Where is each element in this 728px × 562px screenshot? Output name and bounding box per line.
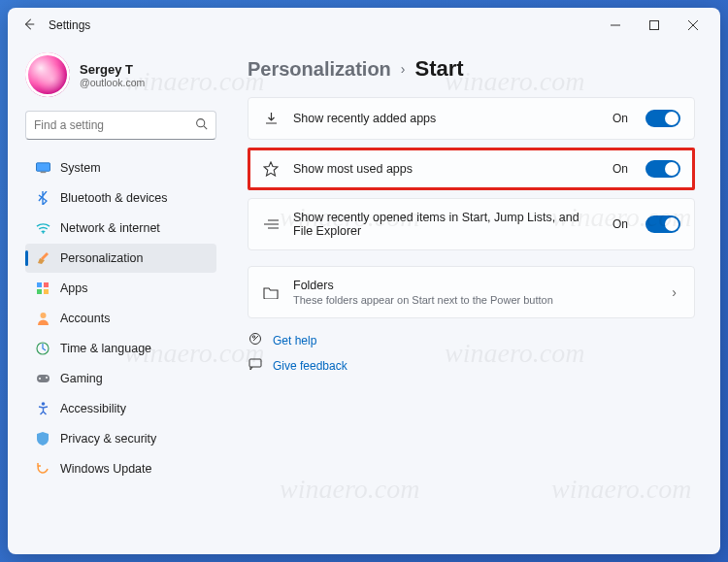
bluetooth-icon <box>35 190 50 206</box>
close-button[interactable] <box>674 11 712 40</box>
svg-rect-10 <box>44 282 49 287</box>
sidebar-item-gaming[interactable]: Gaming <box>25 364 216 393</box>
sidebar-item-system[interactable]: System <box>25 153 216 182</box>
sidebar-item-windows-update[interactable]: Windows Update <box>25 454 216 483</box>
minimize-button[interactable] <box>596 11 635 40</box>
setting-label: Show recently opened items in Start, Jum… <box>293 211 599 238</box>
globe-clock-icon <box>35 341 50 356</box>
accessibility-icon <box>35 401 50 416</box>
svg-rect-6 <box>36 163 50 171</box>
sidebar-item-label: Accessibility <box>60 402 126 415</box>
search-icon <box>195 117 208 133</box>
sidebar-item-label: Windows Update <box>60 462 152 476</box>
setting-most-used[interactable]: Show most used apps On <box>248 148 695 190</box>
give-feedback-link[interactable]: Give feedback <box>248 358 695 374</box>
feedback-icon <box>248 358 263 374</box>
svg-point-13 <box>40 313 46 318</box>
sidebar-item-apps[interactable]: Apps <box>25 274 216 303</box>
settings-search[interactable] <box>25 111 216 140</box>
avatar <box>25 52 70 97</box>
sidebar-item-label: Accounts <box>60 312 110 325</box>
update-icon <box>35 461 50 477</box>
folder-icon <box>262 283 280 301</box>
toggle-switch[interactable] <box>645 215 680 233</box>
sidebar-item-label: Time & language <box>60 342 151 355</box>
folders-subtitle: These folders appear on Start next to th… <box>293 294 654 306</box>
svg-point-18 <box>41 402 45 406</box>
sidebar-item-time-language[interactable]: Time & language <box>25 334 216 363</box>
help-label: Give feedback <box>273 359 347 373</box>
svg-point-23 <box>252 336 254 338</box>
sidebar-item-accounts[interactable]: Accounts <box>25 304 216 333</box>
svg-rect-24 <box>249 359 261 367</box>
window-controls <box>596 11 712 40</box>
sidebar-item-personalization[interactable]: Personalization <box>25 244 216 273</box>
back-button[interactable] <box>16 17 43 34</box>
titlebar: Settings <box>8 8 720 43</box>
list-icon <box>262 215 280 233</box>
monitor-icon <box>35 160 50 176</box>
setting-recent-items[interactable]: Show recently opened items in Start, Jum… <box>248 198 695 250</box>
svg-point-17 <box>39 378 41 380</box>
svg-rect-7 <box>40 172 46 173</box>
sidebar: Sergey T @outlook.com System Bluetooth &… <box>8 43 226 554</box>
svg-line-5 <box>204 126 207 129</box>
svg-rect-9 <box>37 282 42 287</box>
settings-window: Settings Sergey T @outlook.com <box>8 8 720 554</box>
help-icon <box>248 332 263 348</box>
sidebar-item-label: Bluetooth & devices <box>60 191 168 205</box>
svg-rect-11 <box>37 289 42 294</box>
toggle-state: On <box>612 112 628 125</box>
sidebar-item-accessibility[interactable]: Accessibility <box>25 394 216 423</box>
download-icon <box>262 110 280 127</box>
maximize-button[interactable] <box>635 11 674 40</box>
search-input[interactable] <box>34 118 195 132</box>
get-help-link[interactable]: Get help <box>248 332 695 348</box>
apps-icon <box>35 281 50 296</box>
page-title: Start <box>414 56 463 82</box>
main-content: Personalization › Start Show recently ad… <box>226 43 720 554</box>
svg-rect-1 <box>650 21 659 30</box>
chevron-right-icon: › <box>668 284 680 300</box>
svg-rect-12 <box>44 289 49 294</box>
toggle-switch[interactable] <box>645 160 680 178</box>
sidebar-item-bluetooth[interactable]: Bluetooth & devices <box>25 183 216 213</box>
sidebar-item-label: Gaming <box>60 372 103 385</box>
setting-folders[interactable]: Folders These folders appear on Start ne… <box>248 266 695 318</box>
toggle-state: On <box>612 162 628 176</box>
gamepad-icon <box>35 371 50 386</box>
user-profile[interactable]: Sergey T @outlook.com <box>25 47 216 111</box>
user-email: @outlook.com <box>80 77 145 88</box>
arrow-left-icon <box>22 17 36 31</box>
setting-label: Show recently added apps <box>293 112 599 125</box>
folders-title: Folders <box>293 279 334 292</box>
sidebar-item-label: System <box>60 161 101 175</box>
setting-recently-added[interactable]: Show recently added apps On <box>248 97 695 140</box>
sidebar-item-label: Network & internet <box>60 221 160 235</box>
star-icon <box>262 160 280 178</box>
wifi-icon <box>35 220 50 236</box>
svg-point-4 <box>197 119 205 127</box>
toggle-state: On <box>612 217 628 231</box>
help-links: Get help Give feedback <box>248 332 695 374</box>
setting-label: Show most used apps <box>293 162 599 176</box>
breadcrumb-parent[interactable]: Personalization <box>248 58 391 81</box>
sidebar-item-label: Apps <box>60 281 88 295</box>
paintbrush-icon <box>35 250 50 266</box>
person-icon <box>35 311 50 326</box>
window-title: Settings <box>49 18 90 32</box>
sidebar-item-label: Privacy & security <box>60 432 156 446</box>
toggle-switch[interactable] <box>645 110 680 127</box>
sidebar-item-privacy[interactable]: Privacy & security <box>25 424 216 453</box>
shield-icon <box>35 431 50 446</box>
breadcrumb: Personalization › Start <box>248 56 695 82</box>
help-label: Get help <box>273 334 316 347</box>
user-name: Sergey T <box>80 62 145 77</box>
sidebar-item-network[interactable]: Network & internet <box>25 214 216 243</box>
sidebar-item-label: Personalization <box>60 251 143 265</box>
chevron-right-icon: › <box>401 61 406 77</box>
svg-point-8 <box>42 232 44 234</box>
svg-rect-15 <box>37 375 50 382</box>
setting-label: Folders These folders appear on Start ne… <box>293 279 654 306</box>
sidebar-nav: System Bluetooth & devices Network & int… <box>25 153 216 483</box>
